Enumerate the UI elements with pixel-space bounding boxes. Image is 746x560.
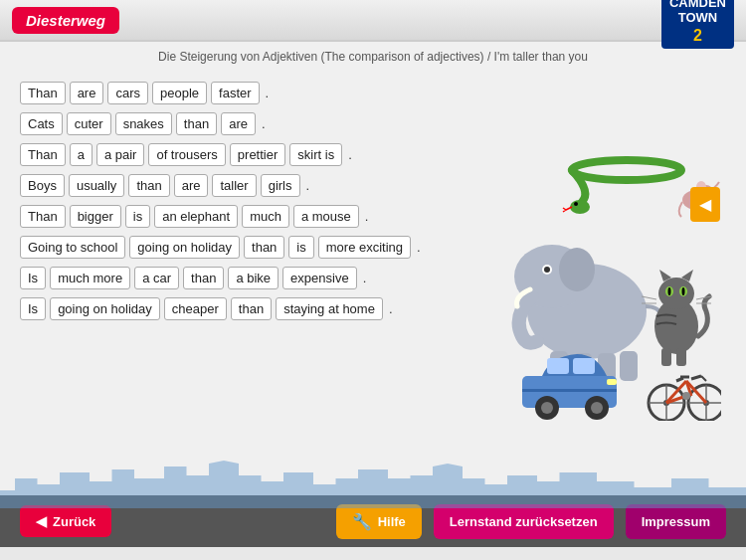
sentence-period: .: [417, 240, 421, 255]
sentence-period: .: [262, 116, 266, 131]
svg-rect-15: [620, 351, 638, 381]
word-tile[interactable]: is: [125, 205, 150, 228]
word-tile[interactable]: Going to school: [20, 236, 125, 259]
sentence-row-3: Thanaa pairof trousersprettierskirt is.: [20, 143, 487, 166]
word-tile[interactable]: an elephant: [154, 205, 238, 228]
svg-point-2: [574, 202, 578, 206]
svg-point-22: [668, 287, 671, 295]
sentence-period: .: [266, 86, 270, 100]
svg-line-51: [691, 376, 701, 379]
word-tile[interactable]: Boys: [20, 174, 65, 197]
word-tile[interactable]: are: [70, 82, 104, 104]
word-tile[interactable]: expensive: [282, 267, 357, 289]
hilfe-button[interactable]: Hilfe: [336, 504, 422, 539]
diesterweg-logo: Diesterweg: [12, 7, 119, 34]
word-tile[interactable]: are: [221, 112, 256, 135]
word-tile[interactable]: faster: [211, 82, 260, 104]
word-tile[interactable]: taller: [212, 174, 256, 197]
wrench-icon: [352, 512, 372, 531]
nav-arrow-button[interactable]: ◀: [690, 187, 720, 222]
word-tile[interactable]: girls: [261, 174, 300, 197]
svg-rect-32: [573, 358, 595, 374]
sentence-row-5: Thanbiggerisan elephantmucha mouse.: [20, 205, 487, 228]
svg-rect-25: [676, 348, 686, 366]
svg-point-0: [572, 160, 681, 180]
arrow-icon: ◀: [699, 195, 711, 214]
word-tile[interactable]: a: [70, 143, 93, 166]
word-tile[interactable]: cheaper: [164, 297, 227, 320]
word-tile[interactable]: cars: [107, 82, 148, 104]
word-tile[interactable]: a car: [134, 267, 179, 289]
svg-point-11: [544, 267, 550, 273]
word-tile[interactable]: usually: [69, 174, 124, 197]
camden-logo: CAMDEN TOWN 2: [661, 0, 734, 49]
main-content: Thanarecarspeoplefaster.Catscutersnakest…: [0, 68, 746, 495]
impressum-button[interactable]: Impressum: [626, 504, 726, 539]
word-tile[interactable]: of trousers: [148, 143, 225, 166]
word-tile[interactable]: bigger: [70, 205, 121, 228]
word-tile[interactable]: is: [288, 236, 313, 259]
svg-point-36: [591, 402, 603, 414]
word-tile[interactable]: going on holiday: [129, 236, 240, 259]
svg-point-17: [658, 278, 694, 309]
word-tile[interactable]: than: [128, 174, 169, 197]
subtitle: Die Steigerung von Adjektiven (The compa…: [0, 42, 746, 68]
lernstand-label: Lernstand zurücksetzen: [450, 514, 598, 529]
svg-rect-37: [522, 389, 617, 392]
sentence-row-7: Ismuch morea carthana bikeexpensive.: [20, 267, 487, 289]
sentence-row-6: Going to schoolgoing on holidaythanismor…: [20, 236, 487, 259]
sentences-area: Thanarecarspeoplefaster.Catscutersnakest…: [20, 78, 487, 485]
sentence-period: .: [348, 147, 352, 162]
svg-point-1: [570, 200, 590, 214]
word-tile[interactable]: snakes: [115, 112, 172, 135]
word-tile[interactable]: than: [183, 267, 224, 289]
word-tile[interactable]: Is: [20, 267, 46, 289]
word-tile[interactable]: than: [176, 112, 217, 135]
word-tile[interactable]: cuter: [67, 112, 111, 135]
word-tile[interactable]: much more: [50, 267, 130, 289]
svg-point-9: [559, 248, 595, 291]
svg-point-34: [541, 402, 553, 414]
word-tile[interactable]: a pair: [96, 143, 145, 166]
word-tile[interactable]: Than: [20, 205, 66, 228]
lernstand-button[interactable]: Lernstand zurücksetzen: [434, 504, 614, 539]
word-tile[interactable]: prettier: [230, 143, 285, 166]
word-tile[interactable]: people: [152, 82, 207, 104]
sentence-row-1: Thanarecarspeoplefaster.: [20, 82, 487, 104]
sentence-period: .: [306, 178, 310, 193]
scene-illustration: [492, 142, 721, 421]
word-tile[interactable]: much: [242, 205, 289, 228]
zuruck-button[interactable]: Zurück: [20, 505, 111, 537]
word-tile[interactable]: a bike: [228, 267, 279, 289]
svg-rect-31: [547, 358, 569, 374]
word-tile[interactable]: Cats: [20, 112, 63, 135]
svg-point-23: [682, 287, 685, 295]
word-tile[interactable]: Than: [20, 82, 66, 104]
sentence-period: .: [363, 271, 367, 285]
sentence-period: .: [389, 301, 393, 316]
sentence-row-4: Boysusuallythanaretallergirls.: [20, 174, 487, 197]
word-tile[interactable]: staying at home: [276, 297, 383, 320]
arrow-left-icon: [36, 513, 47, 529]
word-tile[interactable]: more exciting: [318, 236, 411, 259]
svg-rect-38: [607, 379, 617, 385]
word-tile[interactable]: skirt is: [289, 143, 342, 166]
word-tile[interactable]: going on holiday: [50, 297, 160, 320]
footer-right: Hilfe Lernstand zurücksetzen Impressum: [336, 504, 726, 539]
sentence-period: .: [365, 209, 369, 224]
sentence-row-8: Isgoing on holidaycheaperthanstaying at …: [20, 297, 487, 320]
word-tile[interactable]: a mouse: [293, 205, 359, 228]
sentence-row-2: Catscutersnakesthanare.: [20, 112, 487, 135]
impressum-label: Impressum: [642, 514, 710, 529]
word-tile[interactable]: Is: [20, 297, 46, 320]
svg-line-52: [701, 376, 706, 381]
zuruck-label: Zurück: [53, 514, 95, 529]
header: Diesterweg CAMDEN TOWN 2: [0, 0, 746, 42]
svg-point-55: [682, 392, 690, 400]
word-tile[interactable]: are: [174, 174, 209, 197]
word-tile[interactable]: Than: [20, 143, 66, 166]
word-tile[interactable]: than: [244, 236, 284, 259]
illustration-area: ◀: [487, 78, 726, 485]
word-tile[interactable]: than: [231, 297, 272, 320]
svg-rect-24: [661, 348, 671, 366]
